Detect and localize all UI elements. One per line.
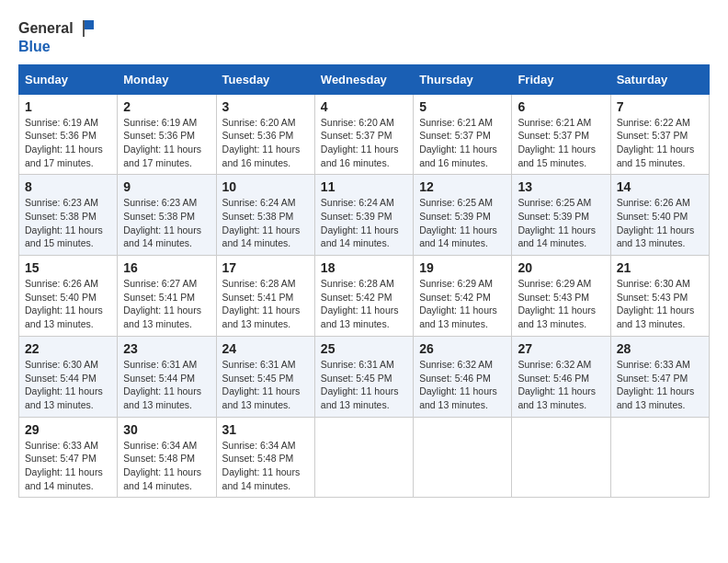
weekday-header: Wednesday [314,64,413,94]
cell-info: Sunrise: 6:29 AMSunset: 5:42 PMDaylight:… [419,278,497,329]
calendar-cell: 5 Sunrise: 6:21 AMSunset: 5:37 PMDayligh… [414,94,512,175]
cell-info: Sunrise: 6:23 AMSunset: 5:38 PMDaylight:… [25,197,103,248]
calendar-cell: 11 Sunrise: 6:24 AMSunset: 5:39 PMDaylig… [314,175,413,256]
calendar-cell: 21 Sunrise: 6:30 AMSunset: 5:43 PMDaylig… [610,256,709,337]
calendar-cell: 1 Sunrise: 6:19 AMSunset: 5:36 PMDayligh… [19,94,118,175]
day-number: 18 [321,260,407,275]
calendar-cell [414,417,512,498]
calendar-cell: 7 Sunrise: 6:22 AMSunset: 5:37 PMDayligh… [610,94,709,175]
calendar-cell: 19 Sunrise: 6:29 AMSunset: 5:42 PMDaylig… [414,256,512,337]
weekday-header: Friday [512,64,610,94]
day-number: 12 [419,179,506,194]
day-number: 28 [617,341,703,356]
calendar-cell: 3 Sunrise: 6:20 AMSunset: 5:36 PMDayligh… [216,94,314,175]
cell-info: Sunrise: 6:19 AMSunset: 5:36 PMDaylight:… [25,117,103,168]
day-number: 15 [25,260,111,275]
cell-info: Sunrise: 6:25 AMSunset: 5:39 PMDaylight:… [518,197,596,248]
cell-info: Sunrise: 6:20 AMSunset: 5:37 PMDaylight:… [321,117,399,168]
page-header: General Blue [18,18,710,55]
day-number: 30 [123,422,210,437]
calendar-cell: 25 Sunrise: 6:31 AMSunset: 5:45 PMDaylig… [314,336,413,417]
cell-info: Sunrise: 6:32 AMSunset: 5:46 PMDaylight:… [419,359,497,410]
day-number: 19 [419,260,506,275]
calendar-cell: 22 Sunrise: 6:30 AMSunset: 5:44 PMDaylig… [19,336,118,417]
svg-marker-0 [85,20,94,29]
cell-info: Sunrise: 6:28 AMSunset: 5:41 PMDaylight:… [222,278,301,329]
weekday-header: Saturday [610,64,709,94]
calendar-cell: 2 Sunrise: 6:19 AMSunset: 5:36 PMDayligh… [118,94,216,175]
cell-info: Sunrise: 6:25 AMSunset: 5:39 PMDaylight:… [419,197,497,248]
day-number: 11 [321,179,407,194]
cell-info: Sunrise: 6:33 AMSunset: 5:47 PMDaylight:… [617,359,695,410]
calendar-cell [314,417,413,498]
day-number: 6 [518,99,604,114]
calendar-cell: 10 Sunrise: 6:24 AMSunset: 5:38 PMDaylig… [216,175,314,256]
cell-info: Sunrise: 6:24 AMSunset: 5:39 PMDaylight:… [321,197,399,248]
cell-info: Sunrise: 6:33 AMSunset: 5:47 PMDaylight:… [25,440,103,491]
day-number: 14 [617,179,703,194]
calendar-cell: 24 Sunrise: 6:31 AMSunset: 5:45 PMDaylig… [216,336,314,417]
day-number: 5 [419,99,506,114]
cell-info: Sunrise: 6:24 AMSunset: 5:38 PMDaylight:… [222,197,301,248]
day-number: 23 [123,341,210,356]
cell-info: Sunrise: 6:21 AMSunset: 5:37 PMDaylight:… [419,117,497,168]
cell-info: Sunrise: 6:23 AMSunset: 5:38 PMDaylight:… [123,197,201,248]
calendar-cell [512,417,610,498]
cell-info: Sunrise: 6:27 AMSunset: 5:41 PMDaylight:… [123,278,201,329]
calendar-cell: 8 Sunrise: 6:23 AMSunset: 5:38 PMDayligh… [19,175,118,256]
calendar-cell: 16 Sunrise: 6:27 AMSunset: 5:41 PMDaylig… [118,256,216,337]
cell-info: Sunrise: 6:20 AMSunset: 5:36 PMDaylight:… [222,117,301,168]
day-number: 25 [321,341,407,356]
calendar-cell: 30 Sunrise: 6:34 AMSunset: 5:48 PMDaylig… [118,417,216,498]
weekday-header: Thursday [414,64,512,94]
calendar-cell: 15 Sunrise: 6:26 AMSunset: 5:40 PMDaylig… [19,256,118,337]
calendar-cell: 31 Sunrise: 6:34 AMSunset: 5:48 PMDaylig… [216,417,314,498]
calendar-cell: 28 Sunrise: 6:33 AMSunset: 5:47 PMDaylig… [610,336,709,417]
calendar-week-row: 15 Sunrise: 6:26 AMSunset: 5:40 PMDaylig… [19,256,710,337]
calendar-cell: 6 Sunrise: 6:21 AMSunset: 5:37 PMDayligh… [512,94,610,175]
logo-general: General [18,20,74,37]
day-number: 1 [25,99,111,114]
calendar-cell [610,417,709,498]
cell-info: Sunrise: 6:26 AMSunset: 5:40 PMDaylight:… [25,278,103,329]
logo-flag-icon [75,18,96,39]
calendar-cell: 20 Sunrise: 6:29 AMSunset: 5:43 PMDaylig… [512,256,610,337]
logo-blue: Blue [18,39,51,55]
calendar-table: SundayMondayTuesdayWednesdayThursdayFrid… [18,64,710,499]
calendar-cell: 12 Sunrise: 6:25 AMSunset: 5:39 PMDaylig… [414,175,512,256]
weekday-header: Sunday [19,64,118,94]
cell-info: Sunrise: 6:28 AMSunset: 5:42 PMDaylight:… [321,278,399,329]
calendar-cell: 4 Sunrise: 6:20 AMSunset: 5:37 PMDayligh… [314,94,413,175]
day-number: 26 [419,341,506,356]
day-number: 2 [123,99,210,114]
day-number: 3 [222,99,309,114]
day-number: 17 [222,260,309,275]
day-number: 31 [222,422,309,437]
day-number: 8 [25,179,111,194]
svg-rect-1 [83,20,85,37]
calendar-week-row: 22 Sunrise: 6:30 AMSunset: 5:44 PMDaylig… [19,336,710,417]
day-number: 22 [25,341,111,356]
day-number: 13 [518,179,604,194]
calendar-cell: 23 Sunrise: 6:31 AMSunset: 5:44 PMDaylig… [118,336,216,417]
calendar-cell: 17 Sunrise: 6:28 AMSunset: 5:41 PMDaylig… [216,256,314,337]
cell-info: Sunrise: 6:26 AMSunset: 5:40 PMDaylight:… [617,197,695,248]
weekday-header-row: SundayMondayTuesdayWednesdayThursdayFrid… [19,64,710,94]
day-number: 24 [222,341,309,356]
day-number: 16 [123,260,210,275]
day-number: 7 [617,99,703,114]
calendar-cell: 14 Sunrise: 6:26 AMSunset: 5:40 PMDaylig… [610,175,709,256]
calendar-cell: 29 Sunrise: 6:33 AMSunset: 5:47 PMDaylig… [19,417,118,498]
weekday-header: Tuesday [216,64,314,94]
calendar-cell: 18 Sunrise: 6:28 AMSunset: 5:42 PMDaylig… [314,256,413,337]
cell-info: Sunrise: 6:31 AMSunset: 5:45 PMDaylight:… [321,359,399,410]
logo: General Blue [18,18,96,55]
day-number: 20 [518,260,604,275]
cell-info: Sunrise: 6:30 AMSunset: 5:44 PMDaylight:… [25,359,103,410]
calendar-week-row: 8 Sunrise: 6:23 AMSunset: 5:38 PMDayligh… [19,175,710,256]
calendar-cell: 9 Sunrise: 6:23 AMSunset: 5:38 PMDayligh… [118,175,216,256]
cell-info: Sunrise: 6:29 AMSunset: 5:43 PMDaylight:… [518,278,596,329]
calendar-week-row: 1 Sunrise: 6:19 AMSunset: 5:36 PMDayligh… [19,94,710,175]
day-number: 27 [518,341,604,356]
day-number: 10 [222,179,309,194]
